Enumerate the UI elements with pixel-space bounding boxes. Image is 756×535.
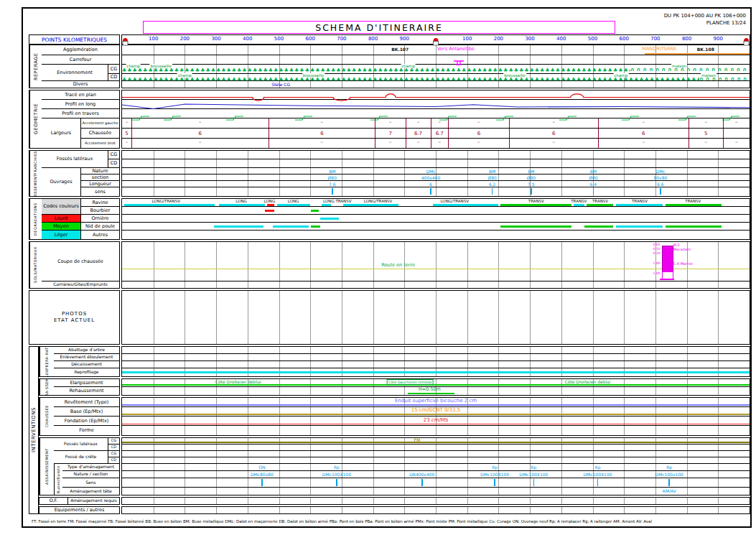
accotement-dash: – [553,119,556,125]
gridline-100m [655,291,656,344]
gridline-100m [436,379,437,386]
gridline-100m [342,159,342,167]
gridline-100m [718,181,719,187]
gridline-100m [279,159,280,167]
gridline-100m [185,451,185,457]
degradations-labels: DEGRADATIONS Codes couleurs Lourd Moyen … [29,198,120,240]
gridline-100m [342,347,342,353]
ravine-bar [343,204,398,206]
profil-travers-glyph [226,111,243,124]
gridline-100m [718,291,719,344]
largeur-segment-divider [131,139,132,148]
gridline-100m [718,471,719,478]
gridline-100m [624,498,625,504]
gridline-100m [561,387,562,395]
chaussee-width-value: 5 [704,131,707,136]
gridline-100m [561,151,562,159]
section-label-sols: SOLS/MATERIAUX [29,242,42,288]
gridline-100m [530,379,531,386]
gridline-100m [310,379,311,386]
chaussee-width-value: 6 [477,131,480,136]
gridline-100m [310,451,311,457]
gridline-100m [373,464,374,470]
ravine-bar [616,204,663,206]
environnement-cd-row: ♣♣♣♣♣♣♣♣♣♣♣♣♣♣♣♣♣♣♣♣♣♣♣♣♣♣♣♣♣♣♣♣♣♣♣♣♣♣♣♣… [122,74,750,81]
gridline-100m [655,159,656,167]
buse-nature-label: DMc100X100 [322,472,351,477]
row-label-orniere: Ornière [81,215,119,223]
photos-line2: ETAT ACTUEL [54,317,95,324]
gridline-100m [718,361,719,368]
gridline-100m [310,498,311,504]
gridline-100m [373,387,374,395]
gridline-100m [561,291,562,344]
gridline-100m [655,445,656,450]
fosses-cg-row [122,151,750,159]
gridline-100m [154,361,154,368]
nid-bar [214,225,263,228]
gridline-100m [498,457,499,463]
base-line [122,414,750,415]
gridline-100m [216,291,217,344]
gridline-100m [467,151,468,159]
chaussee-width-value: 6 [199,131,202,136]
gridline-100m [154,478,154,487]
gridline-100m [498,387,499,395]
gridline-100m [216,478,217,487]
gridline-100m [216,187,217,196]
pk-tick-label: 200 [180,36,190,42]
gridline-100m [687,151,688,159]
gridline-100m [530,45,531,55]
ravine-bar [587,204,614,206]
gridline-100m [530,282,531,288]
elargissement-label: Côté Droite/en déblai [565,379,611,384]
severity-leger: Léger [42,231,81,239]
gridline-100m [342,55,342,64]
gridline-100m [624,187,625,196]
pk-tick-label: 100 [149,36,158,42]
gridline-100m [185,387,185,395]
fondation-row: 23 cm/MS [122,417,750,426]
pk-range-label: DU PK 104+000 AU PK 106+000 [664,13,746,19]
ouvrage-nature-row: BMDMcBMBMBMDMc [122,168,750,175]
gridline-100m [687,354,688,360]
largeur-segment-divider [448,129,449,138]
gridline-100m [185,168,185,174]
ravine-extent-label: TRANSV [528,199,544,204]
ouvrage-sens-arrow [660,188,661,195]
gridline-100m [436,168,437,174]
nid-bar [666,225,722,228]
gridline-100m [342,291,342,344]
buse-type-label: ON [258,465,265,470]
gridline-100m [561,45,562,55]
cd-label: CD [108,445,119,451]
gridline-100m [593,347,594,353]
gridline-100m [624,379,625,386]
gridline-100m [436,159,437,167]
gridline-100m [593,159,594,167]
gridline-100m [655,426,656,435]
gridline-100m [279,282,280,288]
accotement-dash: – [389,139,392,145]
gridline-100m [624,451,625,457]
gridline-100m [216,507,217,513]
gridline-100m [561,181,562,187]
largeur-segment-divider [448,118,449,128]
gridline-100m [624,282,625,288]
travaux-prep-labels: TRAVAUX PREPA- RATOIRES Abattage d'arbre… [39,346,120,377]
gridline-100m [216,45,217,55]
gridline-100m [498,55,499,64]
gridline-100m [310,361,311,368]
gridline-100m [310,175,311,180]
rehaussement-label: H=0.50m [419,387,441,393]
ouvrage-nature: BM [528,169,534,174]
profil-travers-glyph [295,111,312,124]
gridline-100m [185,187,185,196]
accotement-dash: – [553,139,556,145]
gridline-100m [279,354,280,360]
coupe-chaussee-row: Route en terre0.050.100.201.002.00M.SMac… [122,242,750,282]
gridline-100m [154,45,154,55]
gridline-100m [248,498,248,504]
accotement-dash: – [126,139,129,145]
enlevement-row [122,354,750,361]
